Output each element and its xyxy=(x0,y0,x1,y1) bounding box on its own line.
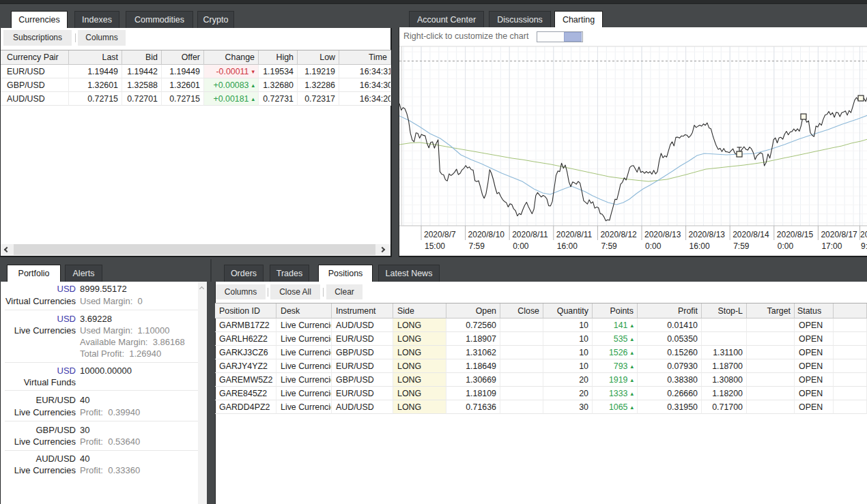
svg-text:2020/8/7: 2020/8/7 xyxy=(424,230,456,239)
svg-text:2020/8/17: 2020/8/17 xyxy=(821,230,857,239)
svg-text:7:59: 7:59 xyxy=(601,241,617,251)
svg-text:2020/8/15: 2020/8/15 xyxy=(777,230,814,239)
svg-text:16:00: 16:00 xyxy=(690,241,710,251)
svg-text:17:00: 17:00 xyxy=(821,241,842,251)
svg-text:2020/8/13: 2020/8/13 xyxy=(644,230,681,239)
svg-text:15:00: 15:00 xyxy=(425,241,445,251)
svg-text:2020/8/13: 2020/8/13 xyxy=(689,230,726,239)
svg-text:2020/8/18: 2020/8/18 xyxy=(860,230,867,239)
svg-text:2020/8/14: 2020/8/14 xyxy=(733,230,769,239)
svg-text:0:00: 0:00 xyxy=(778,241,794,251)
svg-text:16:00: 16:00 xyxy=(557,241,578,251)
svg-text:9:59: 9:59 xyxy=(861,241,867,251)
svg-text:2020/8/11: 2020/8/11 xyxy=(512,230,548,239)
svg-text:2020/8/12: 2020/8/12 xyxy=(600,230,637,239)
svg-text:2020/8/10: 2020/8/10 xyxy=(468,230,505,239)
svg-text:0:00: 0:00 xyxy=(513,241,529,251)
svg-text:7:59: 7:59 xyxy=(469,241,485,251)
svg-text:7:59: 7:59 xyxy=(733,241,750,251)
svg-text:0:00: 0:00 xyxy=(645,241,662,251)
svg-text:2020/8/11: 2020/8/11 xyxy=(556,230,593,239)
